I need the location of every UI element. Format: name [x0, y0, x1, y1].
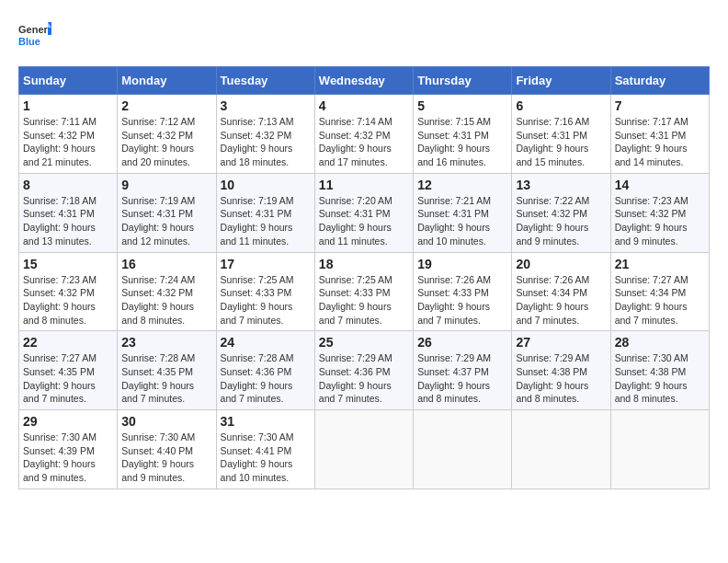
calendar-day-cell: 26Sunrise: 7:29 AMSunset: 4:37 PMDayligh…	[414, 331, 512, 410]
calendar-day-cell	[512, 410, 610, 489]
day-info: Sunrise: 7:26 AMSunset: 4:33 PMDaylight:…	[417, 273, 507, 327]
calendar-day-cell: 3Sunrise: 7:13 AMSunset: 4:32 PMDaylight…	[216, 95, 314, 174]
calendar-week-row: 1Sunrise: 7:11 AMSunset: 4:32 PMDaylight…	[19, 95, 710, 174]
calendar-week-row: 29Sunrise: 7:30 AMSunset: 4:39 PMDayligh…	[19, 410, 710, 489]
day-number: 14	[615, 178, 705, 192]
day-info: Sunrise: 7:15 AMSunset: 4:31 PMDaylight:…	[417, 115, 507, 169]
logo-icon: General Blue	[18, 18, 51, 52]
day-number: 16	[121, 257, 211, 271]
calendar-day-cell: 5Sunrise: 7:15 AMSunset: 4:31 PMDaylight…	[414, 95, 512, 174]
day-number: 17	[221, 257, 311, 271]
day-of-week-header: Tuesday	[216, 67, 314, 95]
calendar-table: SundayMondayTuesdayWednesdayThursdayFrid…	[18, 66, 710, 489]
calendar-day-cell: 13Sunrise: 7:22 AMSunset: 4:32 PMDayligh…	[512, 173, 610, 252]
calendar-day-cell: 1Sunrise: 7:11 AMSunset: 4:32 PMDaylight…	[19, 95, 118, 174]
logo: General Blue	[18, 18, 51, 52]
day-number: 18	[319, 257, 409, 271]
day-of-week-header: Sunday	[19, 67, 118, 95]
day-number: 23	[121, 335, 211, 350]
day-info: Sunrise: 7:30 AMSunset: 4:38 PMDaylight:…	[615, 351, 705, 406]
day-number: 25	[319, 335, 409, 350]
day-of-week-header: Monday	[118, 67, 216, 95]
day-number: 5	[417, 98, 507, 113]
day-number: 20	[516, 257, 606, 271]
day-of-week-header: Wednesday	[314, 67, 413, 95]
day-of-week-header: Friday	[512, 67, 610, 95]
calendar-day-cell: 27Sunrise: 7:29 AMSunset: 4:38 PMDayligh…	[512, 331, 610, 410]
day-number: 4	[319, 98, 409, 113]
day-number: 6	[516, 98, 606, 113]
day-info: Sunrise: 7:12 AMSunset: 4:32 PMDaylight:…	[121, 115, 211, 169]
calendar-day-cell: 16Sunrise: 7:24 AMSunset: 4:32 PMDayligh…	[118, 252, 216, 331]
calendar-header-row: SundayMondayTuesdayWednesdayThursdayFrid…	[19, 67, 710, 95]
day-info: Sunrise: 7:19 AMSunset: 4:31 PMDaylight:…	[121, 194, 211, 248]
day-info: Sunrise: 7:14 AMSunset: 4:32 PMDaylight:…	[319, 115, 409, 169]
day-info: Sunrise: 7:19 AMSunset: 4:31 PMDaylight:…	[221, 194, 311, 248]
calendar-day-cell: 18Sunrise: 7:25 AMSunset: 4:33 PMDayligh…	[314, 252, 413, 331]
calendar-day-cell: 30Sunrise: 7:30 AMSunset: 4:40 PMDayligh…	[118, 410, 216, 489]
day-info: Sunrise: 7:30 AMSunset: 4:40 PMDaylight:…	[121, 431, 211, 485]
svg-text:General: General	[18, 24, 51, 35]
calendar-week-row: 22Sunrise: 7:27 AMSunset: 4:35 PMDayligh…	[19, 331, 710, 410]
calendar-day-cell	[414, 410, 512, 489]
day-info: Sunrise: 7:17 AMSunset: 4:31 PMDaylight:…	[615, 115, 705, 169]
day-number: 12	[417, 178, 507, 192]
day-number: 7	[615, 98, 705, 113]
calendar-day-cell: 31Sunrise: 7:30 AMSunset: 4:41 PMDayligh…	[216, 410, 314, 489]
day-number: 19	[417, 257, 507, 271]
calendar-day-cell: 4Sunrise: 7:14 AMSunset: 4:32 PMDaylight…	[314, 95, 413, 174]
day-info: Sunrise: 7:20 AMSunset: 4:31 PMDaylight:…	[319, 194, 409, 248]
day-number: 8	[23, 178, 113, 192]
day-number: 21	[615, 257, 705, 271]
day-info: Sunrise: 7:29 AMSunset: 4:37 PMDaylight:…	[417, 351, 507, 406]
calendar-day-cell: 8Sunrise: 7:18 AMSunset: 4:31 PMDaylight…	[19, 173, 118, 252]
calendar-day-cell: 12Sunrise: 7:21 AMSunset: 4:31 PMDayligh…	[414, 173, 512, 252]
calendar-day-cell: 15Sunrise: 7:23 AMSunset: 4:32 PMDayligh…	[19, 252, 118, 331]
day-info: Sunrise: 7:30 AMSunset: 4:39 PMDaylight:…	[23, 431, 113, 485]
calendar-day-cell: 14Sunrise: 7:23 AMSunset: 4:32 PMDayligh…	[610, 173, 709, 252]
calendar-day-cell	[314, 410, 413, 489]
day-number: 29	[23, 414, 113, 429]
logo-container: General Blue	[18, 18, 51, 52]
day-number: 9	[121, 178, 211, 192]
calendar-week-row: 8Sunrise: 7:18 AMSunset: 4:31 PMDaylight…	[19, 173, 710, 252]
calendar-day-cell: 9Sunrise: 7:19 AMSunset: 4:31 PMDaylight…	[118, 173, 216, 252]
day-number: 27	[516, 335, 606, 350]
day-info: Sunrise: 7:27 AMSunset: 4:35 PMDaylight:…	[23, 351, 113, 406]
day-number: 28	[615, 335, 705, 350]
svg-text:Blue: Blue	[18, 36, 40, 47]
page-header: General Blue	[18, 18, 710, 52]
day-number: 30	[121, 414, 211, 429]
calendar-week-row: 15Sunrise: 7:23 AMSunset: 4:32 PMDayligh…	[19, 252, 710, 331]
day-info: Sunrise: 7:24 AMSunset: 4:32 PMDaylight:…	[121, 273, 211, 327]
day-of-week-header: Saturday	[610, 67, 709, 95]
calendar-day-cell: 21Sunrise: 7:27 AMSunset: 4:34 PMDayligh…	[610, 252, 709, 331]
calendar-day-cell: 10Sunrise: 7:19 AMSunset: 4:31 PMDayligh…	[216, 173, 314, 252]
day-number: 10	[221, 178, 311, 192]
day-number: 2	[121, 98, 211, 113]
day-number: 24	[221, 335, 311, 350]
calendar-day-cell: 11Sunrise: 7:20 AMSunset: 4:31 PMDayligh…	[314, 173, 413, 252]
calendar-day-cell: 28Sunrise: 7:30 AMSunset: 4:38 PMDayligh…	[610, 331, 709, 410]
day-info: Sunrise: 7:29 AMSunset: 4:38 PMDaylight:…	[516, 351, 606, 406]
day-number: 1	[23, 98, 113, 113]
day-number: 26	[417, 335, 507, 350]
day-info: Sunrise: 7:28 AMSunset: 4:35 PMDaylight:…	[121, 351, 211, 406]
day-number: 22	[23, 335, 113, 350]
calendar-day-cell: 24Sunrise: 7:28 AMSunset: 4:36 PMDayligh…	[216, 331, 314, 410]
day-info: Sunrise: 7:25 AMSunset: 4:33 PMDaylight:…	[319, 273, 409, 327]
calendar-day-cell: 29Sunrise: 7:30 AMSunset: 4:39 PMDayligh…	[19, 410, 118, 489]
day-info: Sunrise: 7:23 AMSunset: 4:32 PMDaylight:…	[23, 273, 113, 327]
day-number: 3	[221, 98, 311, 113]
calendar-day-cell: 2Sunrise: 7:12 AMSunset: 4:32 PMDaylight…	[118, 95, 216, 174]
day-info: Sunrise: 7:18 AMSunset: 4:31 PMDaylight:…	[23, 194, 113, 248]
day-info: Sunrise: 7:30 AMSunset: 4:41 PMDaylight:…	[221, 431, 311, 485]
day-number: 15	[23, 257, 113, 271]
calendar-day-cell: 23Sunrise: 7:28 AMSunset: 4:35 PMDayligh…	[118, 331, 216, 410]
day-of-week-header: Thursday	[414, 67, 512, 95]
day-info: Sunrise: 7:26 AMSunset: 4:34 PMDaylight:…	[516, 273, 606, 327]
day-info: Sunrise: 7:29 AMSunset: 4:36 PMDaylight:…	[319, 351, 409, 406]
day-info: Sunrise: 7:11 AMSunset: 4:32 PMDaylight:…	[23, 115, 113, 169]
day-info: Sunrise: 7:22 AMSunset: 4:32 PMDaylight:…	[516, 194, 606, 248]
calendar-day-cell: 7Sunrise: 7:17 AMSunset: 4:31 PMDaylight…	[610, 95, 709, 174]
